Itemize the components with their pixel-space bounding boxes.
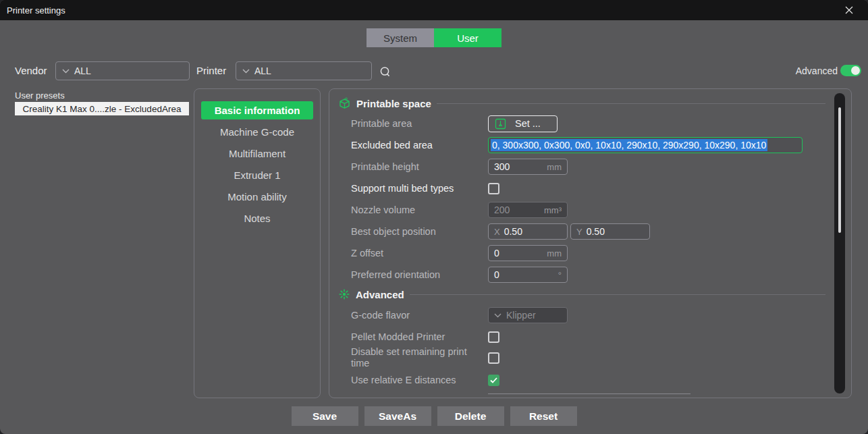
disable-remaining-time-row: Disable set remaining print time: [351, 346, 824, 370]
nav-item-notes[interactable]: Notes: [201, 209, 313, 227]
reset-button[interactable]: Reset: [510, 406, 577, 426]
title-bar: Printer settings: [0, 0, 868, 20]
preferred-orientation-input[interactable]: 0 °: [488, 267, 568, 283]
z-offset-label: Z offset: [351, 248, 488, 259]
advanced-toggle[interactable]: [840, 65, 861, 76]
preferred-orientation-value: 0: [494, 269, 499, 280]
printable-height-value: 300: [494, 161, 510, 172]
chevron-down-icon: [62, 69, 70, 74]
printer-label: Printer: [196, 61, 226, 80]
delete-button[interactable]: Delete: [437, 406, 504, 426]
printable-area-label: Printable area: [351, 118, 488, 130]
z-offset-unit: mm: [547, 248, 562, 259]
footer-actions: Save SaveAs Delete Reset: [0, 406, 868, 426]
chevron-down-icon: [494, 313, 501, 318]
close-icon[interactable]: [836, 0, 863, 20]
disable-remaining-time-checkbox[interactable]: [488, 352, 499, 364]
excluded-bed-area-label: Excluded bed area: [351, 140, 488, 151]
settings-nav: Basic information Machine G-code Multifi…: [194, 88, 321, 398]
gcode-flavor-select: Klipper: [488, 307, 568, 323]
excluded-bed-area-row: Excluded bed area 0, 300x300, 0x300, 0x0…: [351, 136, 824, 154]
nozzle-volume-value: 200: [494, 205, 510, 215]
scrollbar-track[interactable]: [834, 93, 845, 394]
z-offset-row: Z offset 0 mm: [351, 244, 824, 262]
vendor-select[interactable]: ALL: [55, 61, 190, 80]
best-object-position-label: Best object position: [351, 226, 488, 238]
tab-user[interactable]: User: [434, 28, 501, 47]
printer-value: ALL: [254, 65, 271, 76]
section-divider: [437, 103, 825, 104]
pellet-modded-printer-label: Pellet Modded Printer: [351, 331, 488, 343]
save-button[interactable]: Save: [292, 406, 358, 426]
use-relative-e-distances-label: Use relative E distances: [351, 375, 488, 386]
check-icon: [490, 377, 497, 383]
best-object-position-row: Best object position X 0.50 Y 0.50: [351, 223, 824, 240]
preferred-orientation-unit: °: [558, 270, 562, 280]
printable-height-input[interactable]: 300 mm: [488, 159, 568, 175]
nozzle-volume-label: Nozzle volume: [351, 205, 488, 216]
preferred-orientation-row: Preferred orientation 0 °: [351, 266, 824, 283]
nozzle-volume-unit: mm³: [544, 205, 562, 215]
pellet-modded-printer-checkbox[interactable]: [488, 331, 499, 343]
pellet-modded-printer-row: Pellet Modded Printer: [351, 328, 824, 346]
nav-item-machine-gcode[interactable]: Machine G-code: [201, 123, 313, 141]
printable-height-unit: mm: [547, 162, 562, 172]
search-icon[interactable]: [377, 64, 393, 79]
use-relative-e-distances-row: Use relative E distances: [351, 371, 824, 389]
support-multi-bed-types-label: Support multi bed types: [351, 183, 488, 194]
scrollbar-thumb[interactable]: [838, 107, 841, 233]
gcode-flavor-row: G-code flavor Klipper: [351, 306, 824, 324]
best-object-position-x-input[interactable]: X 0.50: [488, 223, 568, 240]
gcode-flavor-label: G-code flavor: [351, 310, 488, 321]
x-prefix: X: [494, 227, 500, 237]
gcode-flavor-value: Klipper: [506, 310, 536, 321]
chevron-down-icon: [242, 69, 250, 74]
nozzle-volume-input: 200 mm³: [488, 202, 568, 218]
bed-shape-icon: [495, 118, 506, 130]
support-multi-bed-types-row: Support multi bed types: [351, 180, 824, 197]
nav-item-extruder-1[interactable]: Extruder 1: [201, 166, 313, 184]
save-as-button[interactable]: SaveAs: [364, 406, 431, 426]
printable-height-label: Printable height: [351, 161, 488, 173]
tab-system[interactable]: System: [367, 28, 434, 47]
preset-item-selected[interactable]: Creality K1 Max 0....zle - ExcludedArea: [15, 102, 189, 115]
preferred-orientation-label: Preferred orientation: [351, 269, 488, 281]
z-offset-input[interactable]: 0 mm: [488, 245, 568, 261]
user-presets-header: User presets: [15, 90, 65, 101]
preset-scope-tabs: System User: [367, 28, 501, 47]
disable-remaining-time-label: Disable set remaining print time: [351, 346, 488, 369]
section-printable-space: Printable space: [338, 97, 825, 110]
advanced-label: Advanced: [796, 65, 838, 76]
section-title: Advanced: [356, 289, 404, 300]
excluded-bed-area-input[interactable]: 0, 300x300, 0x300, 0x0, 10x10, 290x10, 2…: [488, 137, 803, 153]
printer-settings-window: Printer settings System User Vendor ALL …: [0, 0, 868, 434]
set-printable-area-button[interactable]: Set ...: [488, 115, 558, 132]
next-field-edge: [488, 394, 690, 394]
best-object-position-x-value: 0.50: [504, 226, 522, 237]
nozzle-volume-row: Nozzle volume 200 mm³: [351, 201, 824, 219]
nav-item-motion-ability[interactable]: Motion ability: [201, 188, 313, 206]
nav-item-multifilament[interactable]: Multifilament: [201, 144, 313, 163]
y-prefix: Y: [576, 227, 582, 237]
vendor-label: Vendor: [15, 61, 47, 80]
section-title: Printable space: [356, 98, 431, 109]
printer-select[interactable]: ALL: [236, 61, 372, 80]
vendor-value: ALL: [74, 65, 91, 76]
set-button-label: Set ...: [515, 118, 541, 129]
settings-panel: Printable space Printable area Set ... E…: [329, 88, 852, 398]
best-object-position-y-value: 0.50: [587, 226, 605, 237]
excluded-bed-area-value: 0, 300x300, 0x300, 0x0, 10x10, 290x10, 2…: [491, 139, 767, 151]
window-title: Printer settings: [7, 5, 65, 16]
printable-area-row: Printable area Set ...: [351, 115, 824, 132]
section-advanced: Advanced: [338, 288, 825, 301]
printable-space-icon: [338, 97, 351, 110]
best-object-position-y-input[interactable]: Y 0.50: [570, 223, 650, 240]
section-divider: [410, 294, 825, 295]
toggle-knob: [851, 66, 860, 75]
use-relative-e-distances-checkbox[interactable]: [488, 375, 499, 386]
nav-item-basic-information[interactable]: Basic information: [201, 101, 313, 119]
advanced-icon: [338, 288, 350, 300]
z-offset-value: 0: [494, 248, 499, 259]
support-multi-bed-types-checkbox[interactable]: [488, 183, 499, 194]
advanced-toggle-group: Advanced: [796, 65, 861, 76]
